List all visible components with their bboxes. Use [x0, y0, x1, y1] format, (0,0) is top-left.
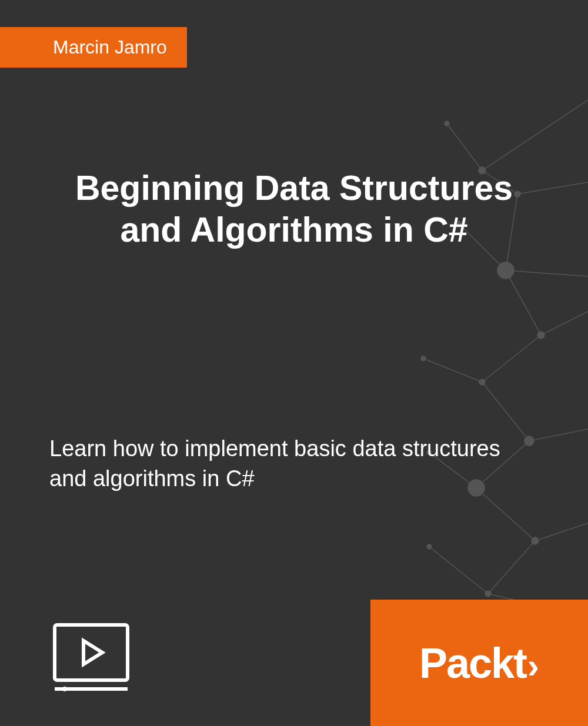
- publisher-bracket-icon: ›: [527, 645, 539, 686]
- svg-line-5: [506, 270, 588, 276]
- svg-line-17: [488, 541, 535, 594]
- svg-line-1: [447, 123, 482, 170]
- svg-line-18: [429, 547, 488, 594]
- svg-line-11: [482, 382, 529, 441]
- network-decoration: [365, 76, 588, 664]
- svg-point-23: [497, 262, 514, 279]
- svg-marker-35: [83, 641, 102, 664]
- svg-line-10: [423, 359, 482, 382]
- svg-line-9: [482, 335, 541, 382]
- svg-line-12: [529, 429, 588, 441]
- svg-line-15: [476, 488, 535, 541]
- course-title: Beginning Data Structures and Algorithms…: [49, 168, 539, 251]
- publisher-name: Packt: [419, 639, 526, 687]
- svg-line-0: [482, 100, 588, 170]
- publisher-badge: Packt ›: [370, 600, 588, 726]
- video-icon: [53, 623, 129, 694]
- svg-point-32: [485, 591, 491, 597]
- svg-point-21: [445, 121, 449, 126]
- svg-point-27: [421, 356, 426, 361]
- svg-line-7: [506, 270, 541, 335]
- course-subtitle: Learn how to implement basic data struct…: [49, 434, 529, 494]
- svg-point-31: [532, 537, 539, 544]
- author-name: Marcin Jamro: [53, 36, 167, 58]
- svg-line-16: [535, 523, 588, 541]
- svg-line-8: [541, 312, 588, 335]
- svg-point-33: [427, 544, 432, 549]
- svg-point-37: [62, 687, 67, 691]
- svg-rect-34: [55, 625, 128, 680]
- svg-point-26: [479, 379, 485, 385]
- author-badge: Marcin Jamro: [0, 27, 187, 68]
- svg-point-25: [537, 332, 544, 339]
